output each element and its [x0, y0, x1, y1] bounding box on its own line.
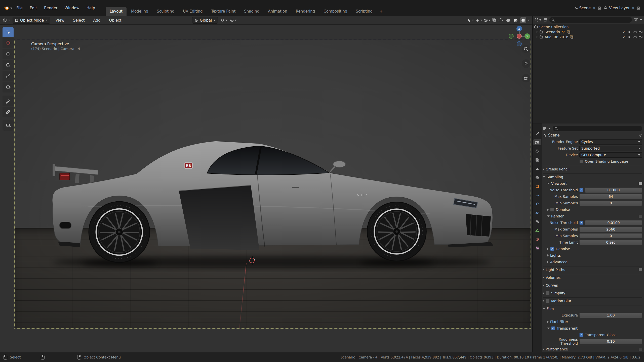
viewport-denoise-checkbox[interactable] [550, 208, 554, 212]
tab-material[interactable] [533, 236, 541, 242]
render-denoise-checkbox[interactable] [550, 247, 554, 251]
xray-toggle[interactable] [492, 18, 496, 23]
menu-file[interactable]: File [13, 4, 26, 12]
tab-texture-paint[interactable]: Texture Paint [207, 7, 239, 16]
panel-grease-pencil[interactable]: Grease Pencil [543, 166, 642, 172]
exclude-checkbox[interactable]: ✓ [622, 30, 626, 34]
exclude-checkbox[interactable]: ✓ [622, 35, 626, 39]
pan-button[interactable] [522, 59, 530, 68]
outliner-row-audi-r8[interactable]: Audi R8 2016 ✓ [533, 34, 644, 39]
filter-icon[interactable] [634, 18, 638, 22]
panel-curves[interactable]: Curves [543, 282, 642, 289]
eye-icon[interactable] [633, 30, 637, 34]
outliner-row-scenario[interactable]: Scenario ✓ [533, 29, 644, 34]
transform-orientation-select[interactable]: Global [192, 17, 218, 24]
panel-sampling-viewport[interactable]: Viewport [543, 180, 642, 187]
simplify-checkbox[interactable] [546, 291, 550, 295]
outliner-row-scene-collection[interactable]: Scene Collection [533, 24, 644, 29]
tab-object[interactable] [533, 183, 541, 189]
properties-search-input[interactable] [553, 126, 642, 131]
disclosure-icon[interactable] [537, 36, 538, 38]
tab-physics[interactable] [533, 210, 541, 216]
tool-measure[interactable] [3, 107, 14, 117]
panel-options-icon[interactable] [639, 348, 642, 350]
outliner-search-input[interactable] [549, 17, 632, 23]
tab-shading[interactable]: Shading [240, 7, 263, 16]
menu-help[interactable]: Help [84, 4, 98, 12]
tab-rendering[interactable]: Rendering [292, 7, 319, 16]
exposure-field[interactable]: 1.00 [579, 313, 642, 318]
panel-options-icon[interactable] [639, 268, 642, 271]
eye-icon[interactable] [633, 35, 637, 39]
viewport-noise-threshold-checkbox[interactable] [579, 188, 583, 192]
tab-sculpting[interactable]: Sculpting [153, 7, 178, 16]
tool-select-box[interactable] [3, 27, 14, 37]
tab-uv-editing[interactable]: UV Editing [179, 7, 207, 16]
new-scene-icon[interactable] [598, 6, 601, 10]
tab-modeling[interactable]: Modeling [127, 7, 152, 16]
panel-transparent[interactable]: Transparent [543, 325, 642, 332]
properties-editor-icon[interactable] [543, 126, 547, 130]
panel-light-paths[interactable]: Light Paths [543, 266, 642, 273]
render-engine-select[interactable]: Cycles [579, 139, 642, 145]
viewport-canvas[interactable]: R8 V 117 Camera Perspective (174) Scenar… [0, 25, 532, 352]
tab-world[interactable] [533, 174, 541, 180]
transparent-glass-checkbox[interactable] [579, 333, 583, 337]
menu-select[interactable]: Select [70, 17, 88, 24]
shading-wireframe-button[interactable] [498, 17, 504, 23]
tab-layout[interactable]: Layout [106, 7, 127, 16]
shading-material-button[interactable] [513, 17, 519, 23]
tab-tool[interactable] [533, 130, 541, 137]
chevron-down-icon[interactable] [528, 20, 530, 21]
new-view-layer-icon[interactable] [637, 6, 640, 10]
tool-add-cube[interactable] [3, 120, 14, 131]
tab-object-data[interactable] [533, 227, 541, 233]
panel-pixel-filter[interactable]: Pixel Filter [543, 319, 642, 325]
view-layer-selector[interactable]: View Layer ✕ [603, 6, 640, 10]
menu-object[interactable]: Object [106, 17, 124, 24]
transparent-checkbox[interactable] [551, 326, 555, 330]
selectable-icon[interactable] [628, 30, 631, 34]
menu-view[interactable]: View [53, 17, 68, 24]
gizmo-x-axis[interactable] [517, 34, 521, 38]
panel-volumes[interactable]: Volumes [543, 274, 642, 281]
panel-render-denoise[interactable]: Denoise [543, 246, 642, 252]
device-select[interactable]: GPU Compute [579, 152, 642, 158]
panel-viewport-denoise[interactable]: Denoise [543, 206, 642, 213]
menu-add[interactable]: Add [90, 17, 103, 24]
panel-lights[interactable]: Lights [543, 252, 642, 259]
tab-texture[interactable] [533, 245, 541, 251]
gizmo-y-neg-axis[interactable] [509, 34, 513, 38]
shading-solid-button[interactable] [505, 17, 511, 23]
tab-output[interactable] [533, 148, 541, 154]
render-min-samples-field[interactable]: 0 [579, 233, 642, 239]
gizmos-dropdown[interactable] [475, 18, 482, 22]
panel-simplify[interactable]: Simplify [543, 290, 642, 296]
tab-constraints[interactable] [533, 218, 541, 224]
proportional-editing-toggle[interactable] [230, 18, 237, 22]
tool-scale[interactable] [3, 71, 14, 81]
panel-motion-blur[interactable]: Motion Blur [543, 297, 642, 304]
render-noise-threshold-field[interactable]: 0.0100 [585, 220, 642, 225]
add-workspace-button[interactable]: + [377, 7, 385, 16]
tab-compositing[interactable]: Compositing [319, 7, 351, 16]
viewport-min-samples-field[interactable]: 0 [579, 201, 642, 206]
tab-scene[interactable] [533, 166, 541, 172]
panel-sampling[interactable]: Sampling [543, 173, 642, 180]
tab-particles[interactable] [533, 201, 541, 207]
tool-rotate[interactable] [3, 60, 14, 70]
blender-logo-icon[interactable] [4, 5, 12, 11]
motion-blur-checkbox[interactable] [546, 299, 550, 303]
pin-icon[interactable] [639, 133, 642, 137]
panel-sampling-render[interactable]: Render [543, 213, 642, 219]
render-visibility-camera-icon[interactable] [639, 30, 642, 34]
scene-selector[interactable]: Scene ✕ [574, 6, 601, 10]
menu-edit[interactable]: Edit [27, 4, 40, 12]
viewport-max-samples-field[interactable]: 64 [579, 194, 642, 199]
panel-film[interactable]: Film [543, 305, 642, 312]
snap-toggle[interactable] [220, 18, 227, 22]
tab-modifiers[interactable] [533, 192, 541, 198]
tab-animation[interactable]: Animation [264, 7, 291, 16]
render-noise-threshold-checkbox[interactable] [579, 221, 583, 225]
overlays-dropdown[interactable] [484, 18, 491, 22]
